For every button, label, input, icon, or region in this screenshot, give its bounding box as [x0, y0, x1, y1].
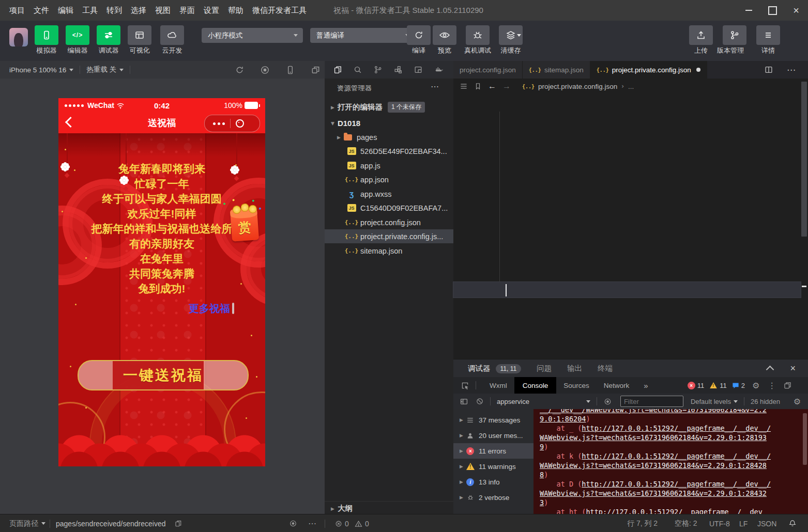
page-path-value[interactable]: pages/sendreceived/sendreceived [56, 514, 165, 532]
stack-link[interactable]: http://127.0.0.1:51292/__pageframe__/__d… [586, 508, 762, 514]
devtools-tab-sources[interactable]: Sources [563, 382, 589, 389]
editor-button[interactable]: </> [66, 25, 89, 45]
tab-output[interactable]: 输出 [567, 364, 582, 373]
exit-target-icon[interactable] [236, 119, 244, 128]
close-panel-icon[interactable]: × [790, 363, 796, 374]
copy-icon[interactable] [174, 514, 182, 532]
language-indicator[interactable]: JSON [757, 514, 776, 532]
console-group-verbose[interactable]: ▶ 2 verbose [453, 490, 533, 505]
file-row[interactable]: JS app.js [325, 159, 453, 173]
message-count[interactable]: 2 [732, 382, 745, 389]
editor-layout-icon[interactable] [414, 65, 423, 74]
dock-side-icon[interactable] [783, 381, 792, 390]
stack-link[interactable]: WAWebview.js?t=wechat&s=1673196062184&v=… [540, 433, 767, 442]
hot-reload-toggle[interactable]: 热重载 关 [86, 65, 116, 74]
stack-link[interactable]: 8 [540, 471, 544, 479]
kebab-menu-icon[interactable]: ⋮ [768, 381, 776, 390]
file-row[interactable]: JS 526D5E449F02EBAF34... [325, 144, 453, 158]
tab-project-config[interactable]: project.config.json [453, 61, 523, 79]
more-actions-icon[interactable]: ⋯ [787, 61, 796, 79]
device-select[interactable]: iPhone 5 100% 16 [9, 66, 66, 74]
sidebar-toggle-icon[interactable] [460, 397, 468, 406]
split-editor-icon[interactable] [764, 61, 773, 79]
menu-tools[interactable]: 工具 [82, 6, 98, 15]
bookmark-icon[interactable] [474, 82, 482, 90]
mode-select[interactable]: 小程序模式 [202, 28, 303, 43]
bell-icon[interactable] [788, 514, 797, 532]
stack-link[interactable]: WAWebview.js?t=wechat&s=1673196062184&v=… [540, 461, 767, 470]
extensions-icon[interactable] [393, 65, 403, 74]
encoding-indicator[interactable]: UTF-8 [709, 514, 730, 532]
capsule-menu[interactable] [204, 115, 260, 132]
console-group-user[interactable]: ▶ 20 user mes... [453, 428, 533, 443]
forward-arrow-icon[interactable]: → [502, 82, 511, 91]
file-row-selected[interactable]: {..} project.private.config.js... [325, 229, 453, 243]
debugger-button[interactable] [97, 25, 120, 45]
version-button[interactable] [723, 25, 746, 45]
devtools-tab-console[interactable]: Console [514, 377, 557, 394]
stack-link[interactable]: http://127.0.0.1:51292/__pageframe__/__d… [582, 452, 771, 460]
cloud-button[interactable] [160, 25, 184, 45]
outline-section[interactable]: ▶ 大纲 [325, 501, 453, 515]
gear-icon[interactable]: ⚙ [752, 381, 759, 390]
docker-whale-icon[interactable] [434, 65, 444, 74]
simulator-button[interactable] [35, 25, 58, 45]
menu-file[interactable]: 文件 [34, 6, 49, 15]
menu-settings[interactable]: 设置 [204, 6, 219, 15]
minimize-button[interactable] [737, 0, 760, 21]
console-filter-input[interactable] [620, 396, 683, 407]
line-col-indicator[interactable]: 行 7, 列 2 [627, 514, 658, 532]
menu-view[interactable]: 视图 [155, 6, 171, 15]
stack-link[interactable]: 3 [540, 498, 544, 507]
stack-link[interactable]: http://127.0.0.1:51292/__pageframe__/__d… [582, 424, 771, 432]
levels-select[interactable]: Default levels [691, 398, 731, 405]
device-frame-icon[interactable] [285, 65, 295, 75]
menu-goto[interactable]: 转到 [106, 6, 122, 15]
context-select[interactable]: appservice [497, 398, 529, 405]
file-row[interactable]: {..} project.config.json [325, 215, 453, 229]
more-tabs-icon[interactable]: » [644, 381, 648, 390]
error-count[interactable]: ×11 [688, 382, 705, 389]
menu-interface[interactable]: 界面 [179, 6, 195, 15]
console-group-messages[interactable]: ▶ 37 messages [453, 412, 533, 428]
menu-project[interactable]: 项目 [9, 6, 25, 15]
console-scrollbar[interactable] [803, 413, 807, 465]
list-icon[interactable] [460, 82, 468, 90]
compile-mode-select[interactable]: 普通编译 [310, 28, 415, 43]
gear-icon[interactable]: ⚙ [794, 397, 801, 406]
details-button[interactable] [756, 25, 780, 45]
breadcrumb-file[interactable]: project.private.config.json [538, 83, 617, 90]
tab-problems[interactable]: 问题 [537, 364, 552, 373]
clear-cache-button[interactable] [499, 25, 523, 45]
tab-terminal[interactable]: 终端 [598, 364, 613, 373]
red-envelope[interactable]: 赏 [230, 208, 259, 241]
file-row-pages[interactable]: ▶ pages [325, 130, 453, 144]
files-icon[interactable] [333, 65, 342, 74]
eol-indicator[interactable]: LF [739, 514, 748, 532]
clear-console-icon[interactable] [476, 397, 484, 405]
console-group-info[interactable]: ▶ i 13 info [453, 474, 533, 490]
collapse-panel-icon[interactable] [766, 366, 774, 374]
editor-scrollbar[interactable] [801, 82, 807, 237]
page-path-select[interactable]: 页面路径 [9, 514, 45, 532]
warning-count[interactable]: 11 [709, 382, 727, 389]
tab-sitemap[interactable]: {..} sitemap.json [523, 61, 590, 79]
remote-debug-button[interactable] [466, 25, 490, 45]
open-editors-section[interactable]: ▶ 打开的编辑器 1 个未保存 [325, 100, 453, 114]
close-button[interactable]: × [784, 0, 808, 21]
more-dots-icon[interactable] [213, 122, 225, 125]
stack-link[interactable]: 9.0:1:86204 [540, 415, 586, 423]
rotate-icon[interactable] [235, 65, 245, 75]
menu-edit[interactable]: 编辑 [58, 6, 73, 15]
console-group-errors[interactable]: ▶ × 11 errors [453, 443, 533, 459]
phone-simulator[interactable]: WeChat 0:42 100% 送祝福 [58, 98, 265, 466]
more-actions-icon[interactable]: ⋯ [431, 82, 439, 91]
problems-errors[interactable]: 0 [335, 514, 349, 532]
inspect-icon[interactable] [461, 381, 469, 390]
upload-button[interactable] [689, 25, 713, 45]
send-blessing-button[interactable]: 一键送祝福 [78, 360, 249, 390]
multi-window-icon[interactable] [311, 65, 321, 75]
maximize-button[interactable] [760, 0, 784, 21]
visual-button[interactable] [128, 25, 151, 45]
stop-icon[interactable] [260, 65, 270, 75]
